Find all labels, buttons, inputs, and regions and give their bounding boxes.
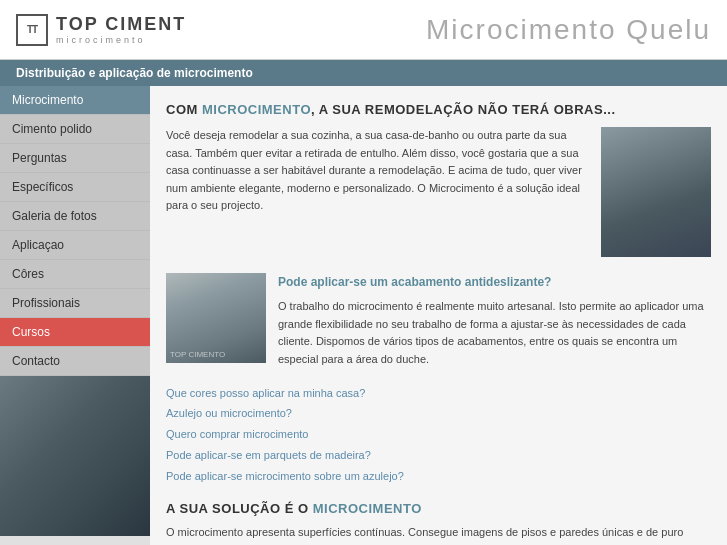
logo-area: TT TOP CIMENT microcimento: [16, 14, 186, 46]
bottom-heading: A SUA SOLUÇÃO É O MICROCIMENTO: [166, 501, 711, 516]
bottom-text-area: O microcimento apresenta superfícies con…: [166, 524, 711, 545]
main-heading: COM MICROCIMENTO, A SUA REMODELAÇÃO NÃO …: [166, 102, 711, 117]
content-area: COM MICROCIMENTO, A SUA REMODELAÇÃO NÃO …: [150, 86, 727, 545]
sidebar-item-galeria[interactable]: Galeria de fotos: [0, 202, 150, 231]
sidebar: Microcimento Cimento polido Perguntas Es…: [0, 86, 150, 545]
link-1[interactable]: Azulejo ou microcimento?: [166, 403, 711, 424]
bottom-heading-highlight: MICROCIMENTO: [313, 501, 422, 516]
top-image-stair: [601, 127, 711, 257]
link-0[interactable]: Que cores posso aplicar na minha casa?: [166, 383, 711, 404]
middle-image: TOP CIMENTO: [166, 273, 266, 363]
topbar-label: Distribuição e aplicação de microcimento: [16, 66, 253, 80]
middle-text: Pode aplicar-se um acabamento antidesliz…: [278, 273, 711, 369]
bottom-section: A SUA SOLUÇÃO É O MICROCIMENTO O microci…: [166, 501, 711, 545]
header: TT TOP CIMENT microcimento Microcimento …: [0, 0, 727, 60]
middle-image-watermark: TOP CIMENTO: [170, 350, 225, 359]
sidebar-item-contacto[interactable]: Contacto: [0, 347, 150, 376]
sidebar-item-aplicacao[interactable]: Aplicaçao: [0, 231, 150, 260]
middle-body-text: O trabalho do microcimento é realmente m…: [278, 298, 711, 368]
sidebar-item-cores[interactable]: Côres: [0, 260, 150, 289]
main-layout: Microcimento Cimento polido Perguntas Es…: [0, 86, 727, 545]
sidebar-item-cimento-polido[interactable]: Cimento polido: [0, 115, 150, 144]
middle-subheading: Pode aplicar-se um acabamento antidesliz…: [278, 273, 711, 292]
sidebar-image: [0, 376, 150, 536]
sidebar-item-profissionais[interactable]: Profissionais: [0, 289, 150, 318]
sidebar-item-cursos[interactable]: Cursos: [0, 318, 150, 347]
topbar: Distribuição e aplicação de microcimento: [0, 60, 727, 86]
sidebar-item-perguntas[interactable]: Perguntas: [0, 144, 150, 173]
main-heading-highlight: MICROCIMENTO: [202, 102, 311, 117]
links-section: Que cores posso aplicar na minha casa? A…: [166, 383, 711, 487]
sidebar-footer: Telefone 00 34 661 857 292: [0, 536, 150, 545]
main-section: COM MICROCIMENTO, A SUA REMODELAÇÃO NÃO …: [166, 102, 711, 257]
bottom-heading-pre: A SUA SOLUÇÃO É O: [166, 501, 313, 516]
middle-section: TOP CIMENTO Pode aplicar-se um acabament…: [166, 273, 711, 369]
bottom-para-1: O microcimento apresenta superfícies con…: [166, 524, 711, 545]
main-heading-post: , A SUA REMODELAÇÃO NÃO TERÁ OBRAS...: [311, 102, 616, 117]
main-heading-pre: COM: [166, 102, 202, 117]
link-2[interactable]: Quero comprar microcimento: [166, 424, 711, 445]
site-title: Microcimento Quelu: [426, 14, 711, 46]
sidebar-item-especificos[interactable]: Específicos: [0, 173, 150, 202]
logo-name: TOP CIMENT: [56, 14, 186, 35]
sidebar-item-microcimento[interactable]: Microcimento: [0, 86, 150, 115]
top-image: [601, 127, 711, 257]
sidebar-image-inner: [0, 376, 150, 536]
logo-icon: TT: [16, 14, 48, 46]
logo-sub: microcimento: [56, 35, 186, 45]
top-text: Você deseja remodelar a sua cozinha, a s…: [166, 127, 589, 257]
top-content: Você deseja remodelar a sua cozinha, a s…: [166, 127, 711, 257]
link-4[interactable]: Pode aplicar-se microcimento sobre um az…: [166, 466, 711, 487]
link-3[interactable]: Pode aplicar-se em parquets de madeira?: [166, 445, 711, 466]
logo-text-area: TOP CIMENT microcimento: [56, 14, 186, 45]
